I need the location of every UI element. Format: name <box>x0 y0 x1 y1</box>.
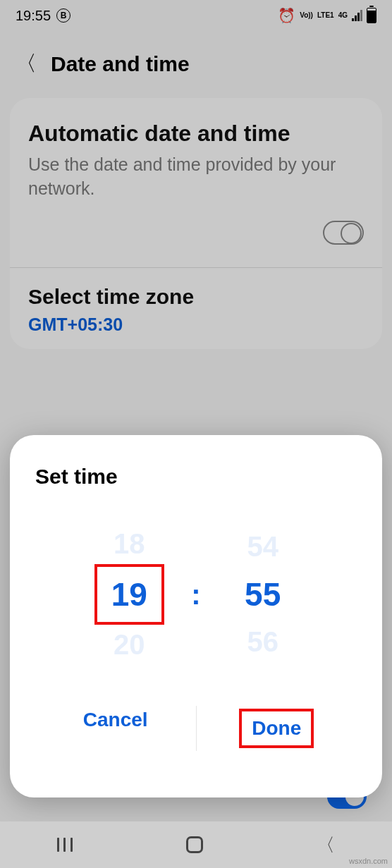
time-picker: 18 19 20 : 54 55 56 <box>35 524 357 665</box>
done-label: Done <box>239 709 314 748</box>
navigation-bar: 〈 <box>0 821 392 868</box>
done-button[interactable]: Done <box>197 696 357 761</box>
watermark: wsxdn.com <box>349 857 388 865</box>
home-button[interactable] <box>186 836 203 853</box>
minute-column[interactable]: 54 55 56 <box>221 527 305 662</box>
hour-selected[interactable]: 19 <box>94 564 164 625</box>
hour-next: 20 <box>114 625 145 665</box>
set-time-dialog: Set time 18 19 20 : 54 55 56 Cancel Done <box>10 435 382 797</box>
recents-button[interactable] <box>57 838 73 852</box>
minute-selected[interactable]: 55 <box>231 567 295 622</box>
back-button[interactable]: 〈 <box>317 833 335 857</box>
hour-prev: 18 <box>114 524 145 564</box>
minute-next: 56 <box>247 622 278 662</box>
minute-prev: 54 <box>247 527 278 567</box>
time-colon: : <box>191 579 200 611</box>
cancel-button[interactable]: Cancel <box>35 696 196 761</box>
hour-column[interactable]: 18 19 20 <box>87 524 171 665</box>
dialog-title: Set time <box>35 465 357 489</box>
dialog-buttons: Cancel Done <box>35 696 357 761</box>
cancel-label: Cancel <box>83 709 148 731</box>
